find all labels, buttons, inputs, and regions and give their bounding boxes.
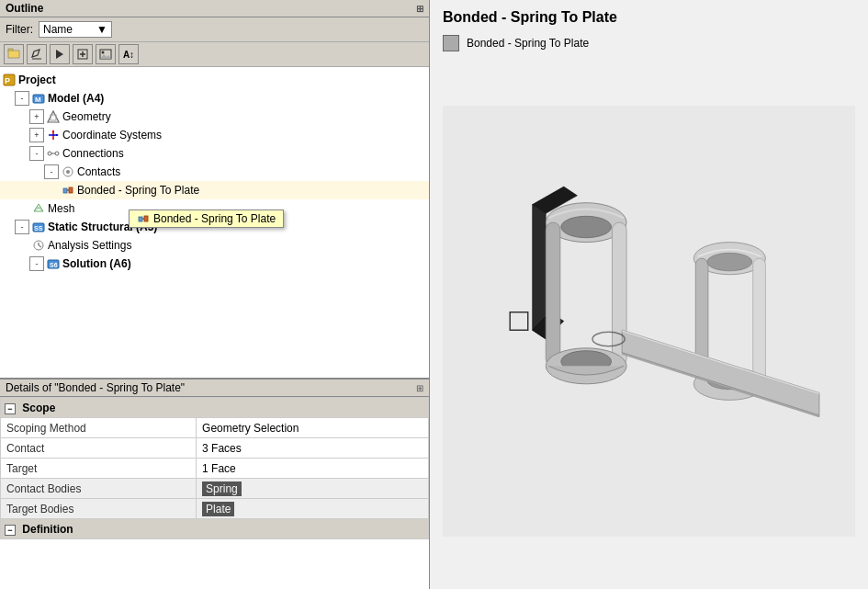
svg-point-22	[55, 152, 59, 155]
mesh-icon	[31, 201, 46, 216]
outline-pin[interactable]: ⊞	[416, 4, 423, 14]
tree-item-coordinate[interactable]: + Coordinate Systems	[0, 126, 429, 144]
filter-dropdown[interactable]: Name ▼	[39, 21, 112, 38]
toolbar-btn-edit[interactable]	[27, 44, 47, 64]
tree-item-solution[interactable]: - S6 Solution (A6)	[0, 255, 429, 273]
svg-text:SS: SS	[34, 225, 43, 232]
target-bodies-value: Plate	[197, 499, 429, 519]
analysis-label: Analysis Settings	[48, 237, 131, 254]
tree-item-contacts[interactable]: - Contacts	[0, 163, 429, 181]
geometry-expander[interactable]: +	[29, 109, 44, 124]
tree-item-geometry[interactable]: + Geometry	[0, 108, 429, 126]
target-label: Target	[1, 459, 197, 479]
svg-rect-49	[546, 222, 560, 366]
static-expander[interactable]: -	[15, 220, 29, 234]
model-viewport[interactable]	[443, 62, 855, 580]
outline-titlebar: Outline ⊞	[0, 0, 429, 17]
svg-marker-4	[56, 50, 63, 59]
model-label: Model (A4)	[48, 90, 104, 107]
contact-bodies-value: Spring	[197, 479, 429, 499]
legend-row: Bonded - Spring To Plate	[443, 35, 855, 51]
tooltip-text: Bonded - Spring To Plate	[153, 212, 276, 225]
definition-label: Definition	[22, 523, 73, 536]
tree-item-connections[interactable]: - Connections	[0, 144, 429, 163]
dropdown-arrow-icon: ▼	[96, 23, 107, 36]
target-bodies-label: Target Bodies	[1, 499, 197, 519]
tree-item-bonded[interactable]: Bonded - Spring To Plate	[0, 181, 429, 199]
solution-expander[interactable]: -	[29, 256, 44, 271]
toolbar-btn-image[interactable]	[96, 44, 116, 64]
connections-label: Connections	[62, 145, 124, 162]
properties-table: − Scope Scoping Method Geometry Selectio…	[0, 397, 429, 539]
model-svg	[443, 62, 855, 580]
connections-expander[interactable]: -	[29, 146, 44, 161]
contacts-icon	[61, 164, 75, 179]
svg-rect-26	[63, 188, 67, 193]
model-icon: M	[31, 91, 46, 106]
svg-rect-29	[139, 217, 142, 221]
analysis-icon	[31, 238, 46, 253]
solution-label: Solution (A6)	[62, 255, 131, 272]
outline-section: Outline ⊞ Filter: Name ▼	[0, 0, 429, 378]
contact-value: 3 Faces	[197, 438, 429, 459]
static-icon: SS	[31, 220, 46, 234]
svg-rect-56	[753, 258, 766, 384]
model-expander[interactable]: -	[15, 91, 29, 106]
toolbar-btn-add[interactable]	[73, 44, 93, 64]
project-label: Project	[18, 72, 56, 88]
legend-label: Bonded - Spring To Plate	[467, 37, 589, 50]
filter-row: Filter: Name ▼	[0, 17, 429, 42]
details-pin[interactable]: ⊞	[416, 383, 423, 393]
outline-toolbar: A↕	[0, 42, 429, 67]
target-value: 1 Face	[197, 459, 429, 479]
details-table: − Scope Scoping Method Geometry Selectio…	[0, 397, 429, 589]
bonded-label: Bonded - Spring To Plate	[77, 182, 199, 198]
details-titlebar: Details of "Bonded - Spring To Plate" ⊞	[0, 379, 429, 397]
svg-text:P: P	[5, 76, 10, 85]
tree-item-model[interactable]: - M Model (A4)	[0, 89, 429, 108]
tree-scroll[interactable]: P Project - M Model (A4) +	[0, 71, 429, 374]
contacts-expander[interactable]: -	[44, 164, 59, 179]
filter-value: Name	[43, 23, 73, 36]
scoping-method-value: Geometry Selection	[197, 418, 429, 438]
tree-item-project[interactable]: P Project	[0, 71, 429, 89]
svg-rect-43	[443, 106, 855, 537]
coordinate-label: Coordinate Systems	[62, 127, 162, 143]
svg-rect-1	[8, 51, 19, 58]
table-row: Scoping Method Geometry Selection	[1, 418, 429, 438]
right-panel: Bonded - Spring To Plate Bonded - Spring…	[430, 0, 868, 589]
geometry-icon	[46, 109, 61, 124]
definition-section-header: − Definition	[1, 519, 429, 539]
bonded-icon	[61, 183, 75, 198]
toolbar-btn-folder[interactable]	[4, 44, 24, 64]
svg-point-25	[66, 170, 70, 174]
outline-tree: P Project - M Model (A4) +	[0, 67, 429, 378]
coordinate-expander[interactable]: +	[29, 128, 44, 142]
geometry-label: Geometry	[62, 108, 111, 125]
svg-rect-27	[69, 187, 73, 193]
project-icon: P	[2, 73, 17, 87]
tree-item-analysis[interactable]: Analysis Settings	[0, 236, 429, 255]
contact-label: Contact	[1, 438, 197, 459]
toolbar-btn-sort[interactable]: A↕	[118, 44, 139, 64]
scope-collapse-btn[interactable]: −	[5, 403, 16, 414]
coordinate-icon	[46, 128, 61, 142]
viewport-title: Bonded - Spring To Plate	[443, 9, 855, 26]
svg-marker-2	[32, 50, 39, 57]
definition-collapse-btn[interactable]: −	[5, 525, 16, 536]
legend-swatch	[443, 35, 459, 51]
table-row: Target 1 Face	[1, 459, 429, 479]
svg-line-40	[39, 245, 41, 247]
target-bodies-dark: Plate	[202, 502, 234, 516]
svg-text:M: M	[35, 96, 41, 104]
toolbar-btn-run[interactable]	[50, 44, 70, 64]
svg-point-58	[707, 253, 752, 271]
scope-label: Scope	[22, 402, 55, 414]
svg-text:S6: S6	[50, 262, 58, 268]
tooltip-bonded: Bonded - Spring To Plate	[129, 210, 284, 228]
details-title: Details of "Bonded - Spring To Plate"	[6, 381, 185, 394]
svg-marker-10	[100, 54, 111, 59]
svg-rect-30	[144, 216, 148, 221]
svg-point-52	[561, 216, 612, 237]
details-panel: Details of "Bonded - Spring To Plate" ⊞ …	[0, 378, 429, 589]
